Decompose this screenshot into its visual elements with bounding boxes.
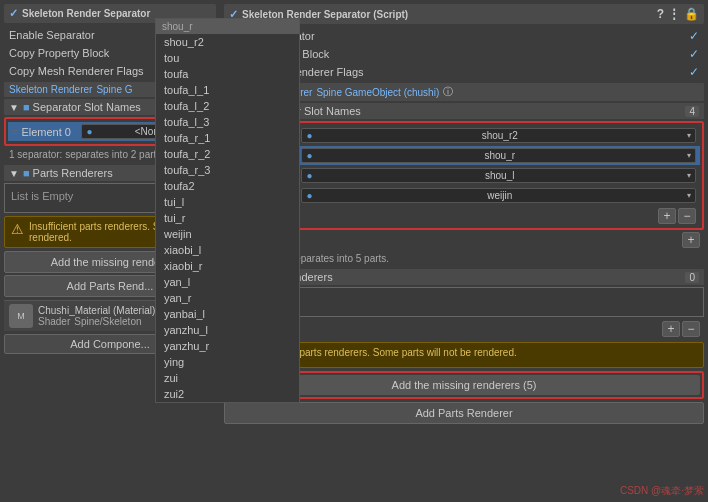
dropdown-item-6[interactable]: toufa_r_1 (156, 130, 299, 146)
dropdown-item-14[interactable]: xiaobi_r (156, 258, 299, 274)
shader-label-left: Shader (38, 316, 70, 327)
separator-slot-label-left: Separator Slot Names (33, 101, 141, 113)
dropdown-item-17[interactable]: yanbai_l (156, 306, 299, 322)
elem2-text-right: shou_l (485, 170, 514, 181)
dropdown-top-item: shou_r (156, 19, 299, 34)
skeleton-renderer-tab-left[interactable]: Skeleton Renderer (9, 84, 92, 95)
elem2-circle-right: ● (306, 170, 312, 181)
element1-value-right[interactable]: ● shou_r ▾ (301, 148, 696, 163)
element2-value-right[interactable]: ● shou_l ▾ (301, 168, 696, 183)
spine-tab-left[interactable]: Spine G (96, 84, 132, 95)
dropdown-item-1[interactable]: tou (156, 50, 299, 66)
parts-count-right: 0 (685, 272, 699, 283)
dropdown-item-5[interactable]: toufa_l_3 (156, 114, 299, 130)
elem2-dropdown-right: ▾ (687, 171, 691, 180)
shader-value-left: Spine/Skeleton (74, 316, 141, 327)
minus-btn-slot[interactable]: − (678, 208, 696, 224)
elem0-circle-right: ● (306, 130, 312, 141)
dropdown-item-0[interactable]: shou_r2 (156, 34, 299, 50)
dropdown-item-18[interactable]: yanzhu_l (156, 322, 299, 338)
dropdown-overlay: shou_r shou_r2 tou toufa toufa_l_1 toufa… (155, 18, 300, 403)
elem3-circle-right: ● (306, 190, 312, 201)
dropdown-item-2[interactable]: toufa (156, 66, 299, 82)
parts-arrow-left: ▼ (9, 168, 19, 179)
info-icon-right: ⓘ (443, 85, 453, 99)
elem1-circle-right: ● (306, 150, 312, 161)
dropdown-item-10[interactable]: tui_l (156, 194, 299, 210)
right-panel-icons: ? ⋮ 🔒 (657, 7, 699, 21)
element0-text-left: <Nor (135, 126, 157, 137)
dropdown-item-12[interactable]: weijin (156, 226, 299, 242)
element0-value-right[interactable]: ● shou_r2 ▾ (301, 128, 696, 143)
warning-icon-left: ⚠ (11, 221, 24, 237)
add-parts-btn-right[interactable]: Add Parts Renderer (224, 402, 704, 424)
dropdown-item-22[interactable]: zui2 (156, 386, 299, 402)
enable-separator-check-right[interactable]: ✓ (689, 29, 699, 43)
dropdown-item-21[interactable]: zui (156, 370, 299, 386)
element0-circle-left: ● (86, 126, 92, 137)
element3-value-right[interactable]: ● weijin ▾ (301, 188, 696, 203)
lock-icon[interactable]: 🔒 (684, 7, 699, 21)
extra-plus-btn[interactable]: + (682, 232, 700, 248)
dropdown-item-11[interactable]: tui_r (156, 210, 299, 226)
dropdown-item-4[interactable]: toufa_l_2 (156, 98, 299, 114)
overflow-icon[interactable]: ⋮ (668, 7, 680, 21)
plus-btn-slot[interactable]: + (658, 208, 676, 224)
copy-mesh-check-right[interactable]: ✓ (689, 65, 699, 79)
question-icon[interactable]: ? (657, 7, 664, 21)
parts-plus-btn[interactable]: + (662, 321, 680, 337)
dropdown-item-16[interactable]: yan_r (156, 290, 299, 306)
separator-icon-left: ■ (23, 101, 30, 113)
left-panel-check[interactable]: ✓ (9, 7, 18, 20)
copy-property-check-right[interactable]: ✓ (689, 47, 699, 61)
dropdown-item-3[interactable]: toufa_l_1 (156, 82, 299, 98)
elem0-dropdown-right: ▾ (687, 131, 691, 140)
dropdown-item-20[interactable]: ying (156, 354, 299, 370)
elem1-text-right: shou_r (484, 150, 515, 161)
spine-tab-right[interactable]: Spine GameObject (chushi) (316, 87, 439, 98)
element0-label-left: Element 0 (21, 126, 81, 138)
component-icon-left: M (9, 304, 33, 328)
elem3-text-right: weijin (487, 190, 512, 201)
parts-label-left: Parts Renderers (33, 167, 113, 179)
dropdown-item-9[interactable]: toufa2 (156, 178, 299, 194)
slot-count-right: 4 (685, 106, 699, 117)
csdn-watermark: CSDN @魂牵·梦萦 (620, 484, 704, 498)
right-panel-title: Skeleton Render Separator (Script) (242, 9, 657, 20)
dropdown-item-15[interactable]: yan_l (156, 274, 299, 290)
parts-minus-btn[interactable]: − (682, 321, 700, 337)
elem0-text-right: shou_r2 (482, 130, 518, 141)
dropdown-item-13[interactable]: xiaobi_l (156, 242, 299, 258)
dropdown-item-8[interactable]: toufa_r_3 (156, 162, 299, 178)
elem1-dropdown-right: ▾ (687, 151, 691, 160)
separator-arrow-left: ▼ (9, 102, 19, 113)
dropdown-item-7[interactable]: toufa_r_2 (156, 146, 299, 162)
element0-handle-left: = (12, 126, 18, 138)
dropdown-item-19[interactable]: yanzhu_r (156, 338, 299, 354)
parts-icon-left: ■ (23, 167, 30, 179)
elem3-dropdown-right: ▾ (687, 191, 691, 200)
